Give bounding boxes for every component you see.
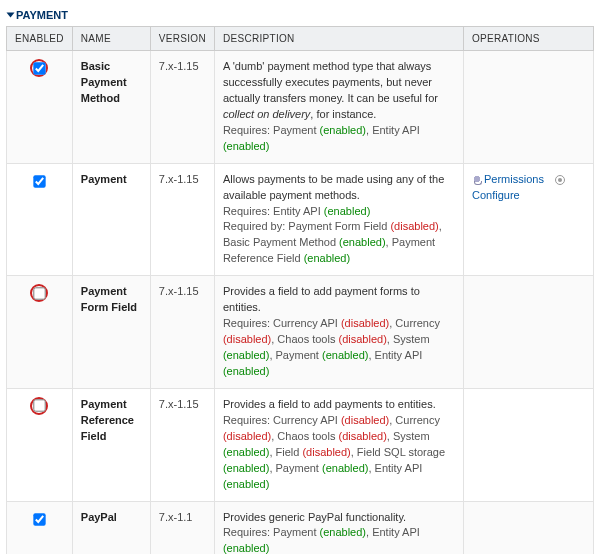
col-version[interactable]: VERSION: [150, 27, 214, 51]
status-label: (disabled): [223, 430, 271, 442]
status-label: (enabled): [223, 542, 269, 554]
chevron-down-icon: [7, 13, 15, 18]
status-label: (disabled): [339, 430, 387, 442]
module-operations: [464, 388, 594, 501]
status-label: (disabled): [390, 220, 438, 232]
status-label: (disabled): [223, 333, 271, 345]
module-description: Allows payments to be made using any of …: [214, 163, 463, 276]
module-operations: [464, 276, 594, 389]
enable-checkbox[interactable]: [34, 400, 46, 412]
col-name[interactable]: NAME: [72, 27, 150, 51]
enable-checkbox[interactable]: [34, 62, 46, 74]
status-label: (enabled): [320, 526, 366, 538]
module-name: Payment Reference Field: [72, 388, 150, 501]
table-row: Basic Payment Method 7.x-1.15 A 'dumb' p…: [7, 51, 594, 164]
highlight-ring: [30, 59, 48, 77]
status-label: (disabled): [341, 414, 389, 426]
status-label: (enabled): [322, 349, 368, 361]
status-label: (enabled): [320, 124, 366, 136]
status-label: (enabled): [223, 462, 269, 474]
col-operations[interactable]: OPERATIONS: [464, 27, 594, 51]
status-label: (enabled): [339, 236, 385, 248]
status-label: (disabled): [302, 446, 350, 458]
module-description: Provides a field to add payment forms to…: [214, 276, 463, 389]
module-operations: Permissions Configure: [464, 163, 594, 276]
module-version: 7.x-1.15: [150, 388, 214, 501]
panel-title[interactable]: PAYMENT: [6, 6, 594, 26]
enable-checkbox[interactable]: [34, 175, 46, 187]
module-name: Payment: [72, 163, 150, 276]
module-version: 7.x-1.15: [150, 276, 214, 389]
module-description: Provides a field to add payments to enti…: [214, 388, 463, 501]
status-label: (disabled): [341, 317, 389, 329]
status-label: (enabled): [304, 252, 350, 264]
enable-checkbox[interactable]: [34, 513, 46, 525]
highlight-ring: [30, 397, 48, 415]
module-description: Provides generic PayPal functionality. R…: [214, 501, 463, 554]
module-operations: [464, 51, 594, 164]
status-label: (enabled): [223, 140, 269, 152]
status-label: (enabled): [324, 205, 370, 217]
module-version: 7.x-1.15: [150, 163, 214, 276]
module-name: Payment Form Field: [72, 276, 150, 389]
status-label: (enabled): [322, 462, 368, 474]
enable-checkbox[interactable]: [34, 287, 46, 299]
status-label: (enabled): [223, 478, 269, 490]
status-label: (enabled): [223, 446, 269, 458]
module-version: 7.x-1.15: [150, 51, 214, 164]
table-row: Payment Form Field 7.x-1.15 Provides a f…: [7, 276, 594, 389]
modules-table: ENABLED NAME VERSION DESCRIPTION OPERATI…: [6, 26, 594, 554]
table-row: Payment 7.x-1.15 Allows payments to be m…: [7, 163, 594, 276]
module-name: PayPal: [72, 501, 150, 554]
module-description: A 'dumb' payment method type that always…: [214, 51, 463, 164]
module-name: Basic Payment Method: [72, 51, 150, 164]
status-label: (disabled): [339, 333, 387, 345]
table-row: PayPal 7.x-1.1 Provides generic PayPal f…: [7, 501, 594, 554]
status-label: (enabled): [223, 365, 269, 377]
table-row: Payment Reference Field 7.x-1.15 Provide…: [7, 388, 594, 501]
panel-title-text: PAYMENT: [16, 9, 68, 21]
col-description[interactable]: DESCRIPTION: [214, 27, 463, 51]
highlight-ring: [30, 284, 48, 302]
module-operations: [464, 501, 594, 554]
module-version: 7.x-1.1: [150, 501, 214, 554]
status-label: (enabled): [223, 349, 269, 361]
gear-icon: [555, 175, 565, 185]
permissions-link[interactable]: Permissions: [472, 173, 544, 185]
permissions-icon: [472, 175, 482, 185]
col-enabled[interactable]: ENABLED: [7, 27, 73, 51]
